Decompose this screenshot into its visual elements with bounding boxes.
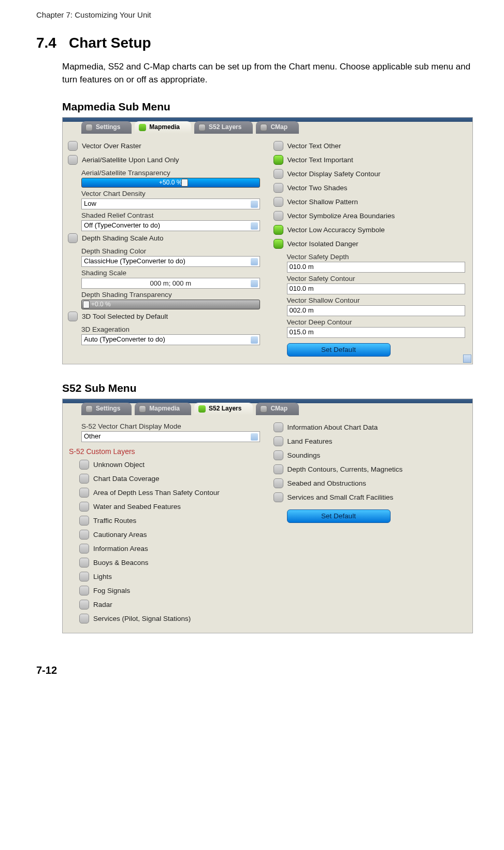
label: Depth Contours, Currents, Magnetics — [287, 465, 403, 473]
tab-cmap[interactable]: CMap — [256, 403, 299, 415]
shading-scale-label: Shading Scale — [67, 267, 263, 278]
toggle-services-pilot[interactable] — [79, 614, 89, 624]
section-number: 7.4 — [36, 35, 56, 51]
label: Lights — [93, 573, 112, 580]
toggle-seabed-obstructions[interactable] — [273, 478, 283, 488]
mapmedia-sub-menu-heading: Mapmedia Sub Menu — [62, 101, 473, 113]
toggle-info-about-chart[interactable] — [273, 422, 283, 432]
toggle-land-features[interactable] — [273, 436, 283, 446]
vector-deep-contour-label: Vector Deep Contour — [272, 316, 469, 327]
tab-cmap[interactable]: CMap — [256, 121, 299, 134]
toggle-vector-isolated-danger[interactable] — [273, 239, 283, 249]
tab-settings[interactable]: Settings — [81, 121, 132, 134]
tab-label: Mapmedia — [149, 405, 180, 412]
tab-icon — [85, 124, 93, 131]
toggle-cautionary-areas[interactable] — [79, 530, 89, 540]
label: Land Features — [287, 437, 333, 445]
vector-safety-contour-input[interactable]: 010.0 m — [287, 284, 466, 294]
tab-label: CMap — [270, 405, 287, 412]
tab-label: Mapmedia — [149, 123, 180, 131]
label: Vector Shallow Pattern — [287, 198, 358, 206]
scroll-corner[interactable] — [463, 355, 471, 363]
tab-s52-layers[interactable]: S52 Layers — [194, 403, 253, 415]
toggle-vector-symbolize-boundaries[interactable] — [273, 211, 283, 221]
slider-thumb[interactable] — [181, 179, 188, 187]
3d-exageration-dropdown[interactable]: Auto (TypeConverter to do) — [81, 334, 260, 345]
vector-safety-depth-input[interactable]: 010.0 m — [287, 262, 466, 273]
label: Vector Two Shades — [287, 184, 348, 192]
set-default-button[interactable]: Set Default — [287, 509, 391, 523]
vector-shallow-contour-label: Vector Shallow Contour — [272, 294, 469, 305]
toggle-depth-shading-auto[interactable] — [68, 233, 78, 243]
toggle-radar[interactable] — [79, 600, 89, 610]
shaded-relief-dropdown[interactable]: Off (TypeConverter to do) — [81, 220, 260, 231]
toggle-traffic-routes[interactable] — [79, 516, 89, 526]
label: Vector Symbolize Area Boundaries — [287, 212, 395, 220]
tab-icon — [139, 405, 146, 413]
toggle-fog-signals[interactable] — [79, 586, 89, 596]
toggle-vector-display-safety-contour[interactable] — [273, 169, 283, 179]
toggle-vector-text-important[interactable] — [273, 155, 283, 165]
tab-mapmedia[interactable]: Mapmedia — [135, 403, 191, 415]
toggle-vector-low-accuracy[interactable] — [273, 225, 283, 235]
tab-icon — [198, 124, 206, 131]
s52-display-mode-label: S-52 Vector Chart Display Mode — [67, 420, 263, 431]
toggle-chart-data-coverage[interactable] — [79, 474, 89, 484]
depth-shading-transparency-slider[interactable]: +0.0 % — [81, 300, 260, 309]
vector-shallow-contour-input[interactable]: 002.0 m — [287, 305, 466, 316]
tab-label: S52 Layers — [209, 405, 241, 412]
label: Services and Small Craft Facilities — [287, 493, 394, 501]
section-title: 7.4Chart Setup — [36, 35, 473, 51]
toggle-vector-two-shades[interactable] — [273, 183, 283, 193]
tab-label: Settings — [96, 405, 120, 412]
toggle-vector-over-raster[interactable] — [68, 141, 78, 151]
3d-exageration-label: 3D Exageration — [67, 323, 263, 334]
left-column: Vector Over Raster Aerial/Satellite Upon… — [67, 139, 263, 357]
label: Depth Shading Scale Auto — [82, 234, 164, 242]
toggle-aerial-land-only[interactable] — [68, 155, 78, 165]
label: Soundings — [287, 451, 321, 459]
tab-icon — [139, 124, 146, 131]
toggle-buoys-beacons[interactable] — [79, 558, 89, 568]
toggle-soundings[interactable] — [273, 450, 283, 460]
label: Vector Low Accuraccy Symbole — [287, 226, 385, 234]
set-default-button[interactable]: Set Default — [287, 343, 391, 357]
tab-mapmedia[interactable]: Mapmedia — [135, 121, 191, 134]
slider-thumb[interactable] — [83, 301, 90, 308]
label: Radar — [93, 601, 112, 608]
tab-bar: Settings Mapmedia S52 Layers CMap — [63, 403, 472, 415]
vector-density-dropdown[interactable]: Low — [81, 199, 260, 209]
label: Fog Signals — [93, 587, 130, 594]
right-column: Vector Text Other Vector Text Important … — [272, 139, 469, 357]
toggle-area-depth-less-safety[interactable] — [79, 488, 89, 498]
vector-deep-contour-input[interactable]: 015.0 m — [287, 327, 466, 338]
label: 3D Tool Selected by Default — [82, 313, 168, 320]
toggle-water-seabed-features[interactable] — [79, 502, 89, 512]
toggle-unknown-object[interactable] — [79, 460, 89, 470]
toggle-information-areas[interactable] — [79, 544, 89, 554]
label: Area of Depth Less Than Safety Contour — [93, 489, 220, 497]
vector-safety-depth-label: Vector Safety Depth — [272, 251, 469, 262]
label: Cautionary Areas — [93, 531, 147, 539]
label: Vector Text Important — [287, 156, 353, 164]
tab-s52-layers[interactable]: S52 Layers — [194, 121, 253, 134]
label: Vector Over Raster — [82, 142, 141, 150]
tab-settings[interactable]: Settings — [81, 403, 132, 415]
toggle-services-small-craft[interactable] — [273, 492, 283, 502]
shading-scale-spinner[interactable]: 000 m; 000 m — [81, 278, 260, 289]
tab-bar: Settings Mapmedia S52 Layers CMap — [63, 121, 472, 134]
toggle-vector-text-other[interactable] — [273, 141, 283, 151]
toggle-lights[interactable] — [79, 572, 89, 582]
slider-value: +0.0 % — [91, 301, 111, 308]
toggle-depth-contours-currents[interactable] — [273, 464, 283, 474]
toggle-vector-shallow-pattern[interactable] — [273, 197, 283, 207]
label: Buoys & Beacons — [93, 559, 149, 566]
toggle-3d-tool-default[interactable] — [68, 311, 78, 321]
label: Seabed and Obstructions — [287, 479, 366, 487]
tab-icon — [260, 405, 267, 413]
aerial-transparency-label: Aerial/Satellite Transparency — [67, 167, 263, 178]
label: Traffic Routes — [93, 517, 136, 525]
depth-shading-color-dropdown[interactable]: ClassicHue (TypeConverter to do) — [81, 256, 260, 267]
s52-display-mode-dropdown[interactable]: Other — [81, 431, 260, 442]
aerial-transparency-slider[interactable]: +50.0 % — [81, 178, 260, 188]
